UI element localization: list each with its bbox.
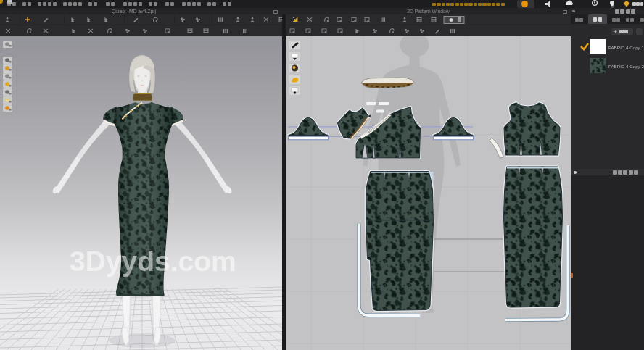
svg-text:3Dyyds.com: 3Dyyds.com [70, 246, 236, 277]
